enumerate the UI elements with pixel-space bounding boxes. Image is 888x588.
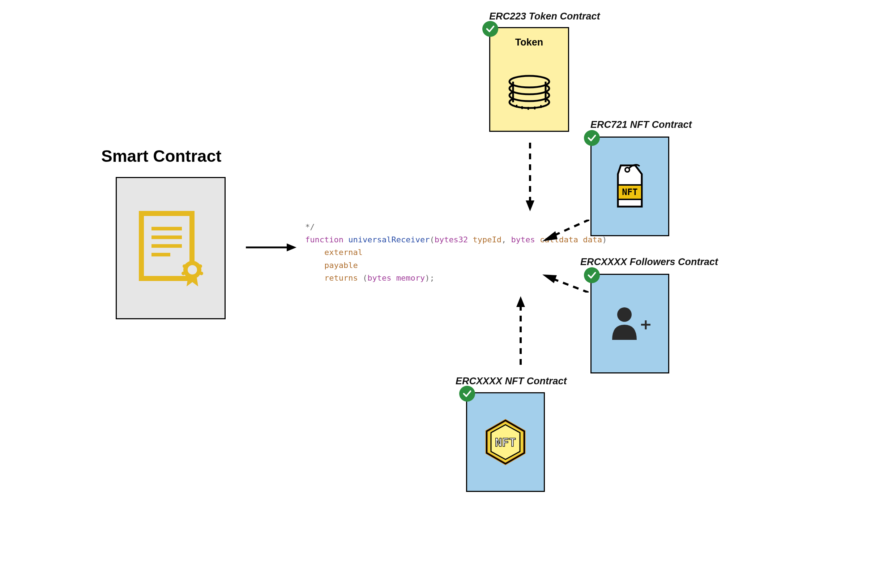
svg-line-30 xyxy=(554,220,589,236)
arrow-from-followers xyxy=(542,274,588,292)
nft-hex-icon: NFT xyxy=(467,393,544,491)
arrow-from-erc721 xyxy=(542,220,589,241)
code-ret-close: ); xyxy=(425,273,435,282)
smart-contract-box xyxy=(116,177,226,319)
arrow-from-erc223 xyxy=(523,142,537,211)
nftxxxx-box: NFT xyxy=(466,392,545,492)
svg-point-17 xyxy=(509,76,549,87)
code-ret-type: bytes xyxy=(367,273,391,282)
followers-box xyxy=(590,274,669,374)
svg-point-7 xyxy=(191,260,194,263)
nft-tag-icon: NFT xyxy=(591,138,668,235)
arrow-to-code xyxy=(246,242,297,253)
erc223-token-box: Token xyxy=(489,27,569,132)
erc721-check-icon xyxy=(584,130,600,146)
code-ret-open: ( xyxy=(358,273,368,282)
certificate-icon xyxy=(117,178,224,318)
token-label: Token xyxy=(490,37,568,48)
add-user-icon xyxy=(591,275,668,372)
code-param1-name: typeId xyxy=(473,235,501,244)
erc223-check-icon xyxy=(482,21,498,37)
erc721-nft-box: NFT xyxy=(590,136,669,236)
followers-title: ERCXXXX Followers Contract xyxy=(580,256,718,268)
svg-marker-42 xyxy=(516,296,525,307)
svg-marker-31 xyxy=(542,231,557,241)
nftxxxx-title: ERCXXXX NFT Contract xyxy=(456,376,567,387)
code-param1-type: bytes32 xyxy=(435,235,468,244)
arrow-from-nftxxxx xyxy=(513,296,528,365)
code-comma: , xyxy=(501,235,506,244)
svg-point-8 xyxy=(199,264,202,268)
svg-line-35 xyxy=(555,279,588,292)
code-returns: returns xyxy=(324,273,358,282)
code-fn-keyword: function xyxy=(305,235,343,244)
svg-point-11 xyxy=(182,272,185,275)
code-mod-external: external xyxy=(324,248,363,257)
svg-marker-13 xyxy=(287,243,297,251)
main-heading: Smart Contract xyxy=(101,146,221,166)
svg-point-6 xyxy=(188,265,197,274)
erc721-title: ERC721 NFT Contract xyxy=(590,119,692,130)
code-param2-type: bytes xyxy=(511,235,535,244)
diagram-canvas: Smart Contract xyxy=(0,0,888,588)
svg-point-9 xyxy=(200,272,203,275)
svg-text:NFT: NFT xyxy=(495,436,516,449)
svg-point-10 xyxy=(182,264,186,268)
svg-text:NFT: NFT xyxy=(622,187,637,197)
svg-point-32 xyxy=(617,308,632,322)
svg-marker-36 xyxy=(542,274,557,283)
code-memory: memory xyxy=(396,273,425,282)
nftxxxx-check-icon xyxy=(459,386,475,402)
code-close-paren: ) xyxy=(602,235,607,244)
code-fn-name: universalReceiver xyxy=(348,235,429,244)
coins-icon xyxy=(490,61,568,122)
erc223-title: ERC223 Token Contract xyxy=(489,11,600,22)
code-comment: */ xyxy=(305,222,315,231)
svg-marker-26 xyxy=(526,201,534,211)
code-mod-payable: payable xyxy=(324,261,358,270)
